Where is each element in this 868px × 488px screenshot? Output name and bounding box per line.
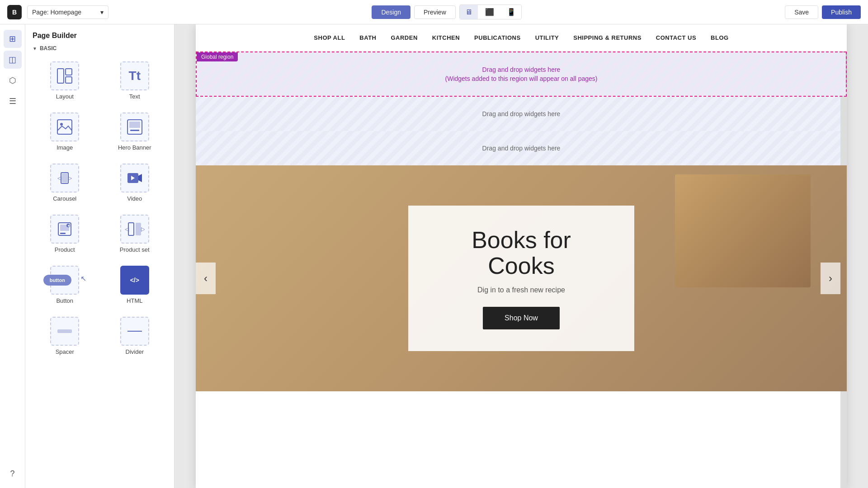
save-button[interactable]: Save <box>785 5 818 19</box>
desktop-device-btn[interactable]: 🖥 <box>460 5 478 19</box>
spacer-widget-label: Spacer <box>56 348 74 355</box>
canvas: SHOP ALL BATH GARDEN KITCHEN PUBLICATION… <box>175 24 868 488</box>
nav-garden[interactable]: GARDEN <box>391 34 417 41</box>
page-selector[interactable]: Page: Homepage ▾ <box>27 5 108 19</box>
hero-cta-button[interactable]: Shop Now <box>483 307 560 329</box>
nav-utility[interactable]: UTILITY <box>535 34 559 41</box>
hero-title: Books for Cooks <box>435 227 607 279</box>
svg-rect-6 <box>129 122 140 128</box>
sidebar-pages-icon[interactable]: ⊞ <box>4 30 22 48</box>
svg-rect-0 <box>57 69 64 83</box>
hero-bg: Books for Cooks Dig in to a fresh new re… <box>196 165 847 391</box>
nav-blog[interactable]: BLOG <box>711 34 729 41</box>
section-label: BASIC <box>40 45 57 52</box>
spacer-widget-item[interactable]: Spacer <box>33 313 97 359</box>
product-widget-label: Product <box>55 246 75 253</box>
spacer-widget-icon <box>50 317 79 346</box>
svg-rect-10 <box>62 174 67 183</box>
basic-section-header[interactable]: ▼ BASIC <box>33 45 167 52</box>
nav-shipping[interactable]: SHIPPING & RETURNS <box>573 34 642 41</box>
svg-rect-1 <box>66 69 72 75</box>
svg-rect-17 <box>60 233 66 234</box>
nav-shop-all[interactable]: SHOP ALL <box>314 34 345 41</box>
nav-bath[interactable]: BATH <box>359 34 376 41</box>
carousel-widget-icon: ◁ ▷ <box>50 164 79 192</box>
product-set-widget-icon: ◁ ▷ <box>120 215 149 244</box>
hero-prev-button[interactable]: ‹ <box>196 263 216 294</box>
hero-banner-widget-label: Hero Banner <box>118 144 151 151</box>
button-widget-item[interactable]: button ↖ Button <box>33 262 97 308</box>
svg-text:▷: ▷ <box>141 226 145 232</box>
layout-widget-item[interactable]: Layout <box>33 58 97 103</box>
hero-banner-widget-item[interactable]: Hero Banner <box>103 109 167 155</box>
layout-widget-icon <box>50 61 79 90</box>
html-widget-label: HTML <box>127 297 142 304</box>
hero-content-box: Books for Cooks Dig in to a fresh new re… <box>408 206 634 351</box>
product-widget-item[interactable]: ★ Product <box>33 211 97 257</box>
device-buttons: 🖥 ⬛ 📱 <box>459 5 522 19</box>
hero-banner-widget-icon <box>120 113 149 141</box>
svg-text:★: ★ <box>67 224 71 227</box>
carousel-widget-label: Carousel <box>53 195 76 202</box>
video-widget-label: Video <box>127 195 142 202</box>
svg-rect-21 <box>128 223 134 235</box>
layout-widget-label: Layout <box>56 93 74 100</box>
product-widget-icon: ★ <box>50 215 79 244</box>
carousel-widget-item[interactable]: ◁ ▷ Carousel <box>33 160 97 206</box>
icon-sidebar: ⊞ ◫ ⬡ ☰ ? <box>0 24 25 488</box>
global-drop-text-1: Drag and drop widgets here <box>482 66 561 73</box>
panel-title: Page Builder <box>33 32 167 40</box>
sidebar-widgets-icon[interactable]: ◫ <box>4 51 22 69</box>
canvas-inner: SHOP ALL BATH GARDEN KITCHEN PUBLICATION… <box>196 24 847 488</box>
sidebar-help-icon[interactable]: ? <box>4 465 22 483</box>
hero-next-button[interactable]: › <box>821 263 840 294</box>
page-selector-label: Page: Homepage <box>32 9 81 16</box>
design-tab[interactable]: Design <box>372 5 410 19</box>
divider-widget-item[interactable]: Divider <box>103 313 167 359</box>
nav-publications[interactable]: PUBLICATIONS <box>474 34 521 41</box>
tablet-device-btn[interactable]: ⬛ <box>480 5 500 19</box>
html-widget-item[interactable]: </> HTML <box>103 262 167 308</box>
widgets-grid: Layout Tt Text Image <box>33 58 167 359</box>
divider-widget-label: Divider <box>126 348 144 355</box>
text-widget-icon: Tt <box>120 61 149 90</box>
mobile-device-btn[interactable]: 📱 <box>501 5 521 19</box>
nav-contact-us[interactable]: CONTACT US <box>656 34 696 41</box>
preview-tab[interactable]: Preview <box>414 5 456 19</box>
hero-subtitle: Dig in to a fresh new recipe <box>435 286 607 294</box>
global-region-label: Global region <box>197 52 238 61</box>
divider-widget-icon <box>120 317 149 346</box>
drop-zone-2[interactable]: Drag and drop widgets here <box>196 131 847 165</box>
video-widget-item[interactable]: Video <box>103 160 167 206</box>
svg-text:▷: ▷ <box>68 175 72 181</box>
image-widget-icon <box>50 113 79 141</box>
svg-rect-2 <box>66 77 72 83</box>
svg-rect-24 <box>57 329 72 333</box>
button-widget-icon: button ↖ <box>50 266 79 295</box>
center-controls: Design Preview 🖥 ⬛ 📱 <box>114 5 779 19</box>
nav-kitchen[interactable]: KITCHEN <box>432 34 460 41</box>
section-arrow-icon: ▼ <box>33 46 37 51</box>
image-widget-item[interactable]: Image <box>33 109 97 155</box>
drop-zone-2-text: Drag and drop widgets here <box>482 145 561 152</box>
global-drop-zone[interactable]: Drag and drop widgets here (Widgets adde… <box>197 52 846 96</box>
sidebar-menu-icon[interactable]: ☰ <box>4 92 22 110</box>
text-widget-item[interactable]: Tt Text <box>103 58 167 103</box>
svg-rect-7 <box>130 130 139 131</box>
product-set-widget-label: Product set <box>120 246 150 253</box>
text-widget-label: Text <box>129 93 140 100</box>
sidebar-apps-icon[interactable]: ⬡ <box>4 71 22 89</box>
global-drop-text-2: (Widgets added to this region will appea… <box>445 75 598 82</box>
widget-panel: Page Builder ▼ BASIC Layout Tt Text <box>25 24 175 488</box>
product-set-widget-item[interactable]: ◁ ▷ Product set <box>103 211 167 257</box>
svg-marker-13 <box>138 174 142 182</box>
topbar: B Page: Homepage ▾ Design Preview 🖥 ⬛ 📱 … <box>0 0 868 24</box>
global-region-wrapper: Global region Drag and drop widgets here… <box>196 52 847 97</box>
drop-zone-1-text: Drag and drop widgets here <box>482 110 561 117</box>
hero-section: Books for Cooks Dig in to a fresh new re… <box>196 165 847 391</box>
drop-zone-1[interactable]: Drag and drop widgets here <box>196 97 847 131</box>
publish-button[interactable]: Publish <box>822 5 861 19</box>
html-widget-icon: </> <box>120 266 149 295</box>
chevron-down-icon: ▾ <box>100 9 104 16</box>
right-controls: Save Publish <box>785 5 861 19</box>
